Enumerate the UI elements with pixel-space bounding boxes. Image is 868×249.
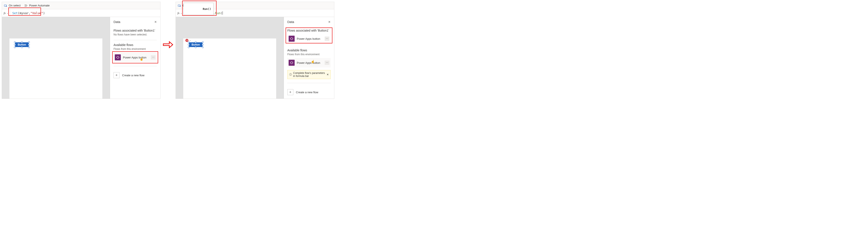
warning-icon: ⓘ: [289, 73, 292, 77]
fx-label: fx: [4, 11, 6, 15]
selected-button-control[interactable]: Button: [15, 42, 29, 47]
resize-handle[interactable]: [28, 47, 30, 48]
resize-handle[interactable]: [14, 41, 16, 43]
data-pane: Data ✕ Flows associated with 'Button1' P…: [284, 17, 334, 99]
fx-label: fx: [178, 11, 179, 15]
flows-associated-section: Flows associated with 'Button1' No flows…: [114, 29, 157, 36]
warning-text: Complete flow's parameters in formula ba…: [293, 72, 325, 78]
resize-handle[interactable]: [28, 44, 30, 46]
tok-dot: .: [213, 11, 215, 15]
on-select-label: On select: [9, 4, 21, 7]
formula-bar: fx ⌄ Run() PowerAppsbutton.Run(: [176, 9, 334, 17]
resize-handle[interactable]: [202, 41, 204, 43]
canvas-left[interactable]: Button: [2, 17, 110, 99]
resize-handle[interactable]: [195, 41, 196, 43]
create-flow-label: Create a new flow: [122, 74, 145, 77]
toolbar: On select Power Automate: [2, 2, 160, 9]
flow-name: Power Apps button: [297, 37, 322, 40]
chevron-down-icon: ⌄: [6, 12, 8, 14]
flow-item-more[interactable]: ···: [325, 61, 330, 65]
power-automate-action[interactable]: Power Automate: [25, 4, 50, 7]
tok-fn: Set: [12, 11, 18, 15]
on-select-action[interactable]: On select: [4, 4, 21, 7]
flow-icon: [289, 60, 294, 66]
onselect-icon: [4, 4, 7, 7]
button-label: Button: [18, 43, 26, 46]
flow-item[interactable]: Power Apps button ··· ☝: [287, 58, 331, 67]
resize-handle[interactable]: [14, 44, 16, 46]
resize-handle[interactable]: [21, 47, 23, 48]
resize-handle[interactable]: [188, 41, 189, 43]
resize-handle[interactable]: [28, 41, 30, 43]
flow-item-more[interactable]: ···: [151, 55, 156, 59]
resize-handle[interactable]: [188, 47, 189, 48]
resize-handle[interactable]: [21, 41, 23, 43]
data-title: Data: [287, 20, 294, 24]
warning-bar: ⓘ Complete flow's parameters in formula …: [287, 70, 331, 79]
left-panel: On select Power Automate fx ⌄ Set(myvar,…: [2, 2, 160, 99]
tooltip-text: Run(): [203, 7, 211, 10]
data-pane-header: Data ✕: [114, 20, 157, 24]
plus-icon: +: [287, 89, 293, 95]
resize-handle[interactable]: [195, 47, 196, 48]
env-subtitle: Flows from this environment: [287, 53, 331, 56]
flow-name: Power Apps button: [123, 56, 149, 59]
create-flow-button[interactable]: + Create a new flow: [114, 72, 157, 78]
transition-arrow: [163, 2, 174, 49]
available-flows-section: Available flows Flows from this environm…: [114, 43, 157, 62]
data-pane: Data ✕ Flows associated with 'Button1' N…: [110, 17, 160, 99]
power-automate-label: Power Automate: [29, 4, 50, 7]
flows-assoc-title: Flows associated with 'Button1': [114, 29, 157, 32]
warning-close-icon[interactable]: ✕: [327, 73, 329, 76]
tok-method: Run: [215, 11, 220, 15]
body-area-left: Button Data ✕: [2, 17, 160, 99]
tok-comma: ,: [29, 11, 30, 15]
power-automate-icon: [25, 4, 28, 7]
body-area-right: ✕ ⌄ Button: [176, 17, 334, 99]
close-icon[interactable]: ✕: [154, 20, 157, 24]
resize-handle[interactable]: [14, 47, 16, 48]
formula-input[interactable]: Set(myvar,"Value"): [10, 9, 160, 17]
right-panel: On fx ⌄ Run() PowerAppsbutton.Run( ✕: [176, 2, 334, 99]
tok-arg1: myvar: [20, 11, 29, 15]
text-caret: [222, 11, 223, 15]
flow-icon: [289, 36, 294, 42]
resize-handle[interactable]: [202, 44, 204, 46]
formula-input[interactable]: Run() PowerAppsbutton.Run(: [184, 9, 334, 17]
canvas-inner: ✕ ⌄ Button: [183, 38, 276, 99]
canvas-right[interactable]: ✕ ⌄ Button: [176, 17, 284, 99]
flow-icon: [115, 54, 121, 60]
flow-name: Power Apps button: [297, 61, 322, 64]
divider: [114, 40, 157, 40]
onselect-icon: [178, 4, 181, 7]
chevron-down-icon[interactable]: ⌄: [189, 39, 191, 41]
divider: [114, 66, 157, 66]
flow-item[interactable]: Power Apps button ···: [287, 34, 331, 44]
available-title: Available flows: [114, 43, 157, 47]
formula-bar: fx ⌄ Set(myvar,"Value"): [2, 9, 160, 17]
intellisense-tooltip: Run(): [183, 3, 213, 15]
env-subtitle: Flows from this environment: [114, 48, 157, 51]
tok-open: (: [221, 11, 222, 15]
flow-item[interactable]: Power Apps button ··· ☝: [114, 53, 157, 62]
fx-button[interactable]: fx ⌄: [2, 9, 10, 17]
no-flows-text: No flows have been selected.: [114, 33, 157, 36]
fx-button[interactable]: fx ⌄: [176, 9, 184, 17]
selected-button-control[interactable]: ✕ ⌄ Button: [189, 42, 203, 47]
resize-handle[interactable]: [188, 44, 189, 46]
create-flow-label: Create a new flow: [296, 91, 318, 94]
close-icon[interactable]: ✕: [328, 20, 331, 24]
create-flow-button[interactable]: + Create a new flow: [287, 89, 331, 95]
flows-assoc-title: Flows associated with 'Button1': [287, 29, 331, 32]
tok-open: (: [18, 11, 20, 15]
chevron-down-icon: ⌄: [180, 12, 182, 14]
available-flows-section: Available flows Flows from this environm…: [287, 49, 331, 79]
canvas-inner: Button: [9, 38, 102, 99]
button-label: Button: [192, 43, 200, 46]
arrow-right-icon: [163, 40, 173, 49]
plus-icon: +: [114, 72, 120, 78]
flow-item-more[interactable]: ···: [325, 36, 330, 41]
resize-handle[interactable]: [202, 47, 204, 48]
data-pane-header: Data ✕: [287, 20, 331, 24]
tok-close: ): [43, 11, 45, 15]
